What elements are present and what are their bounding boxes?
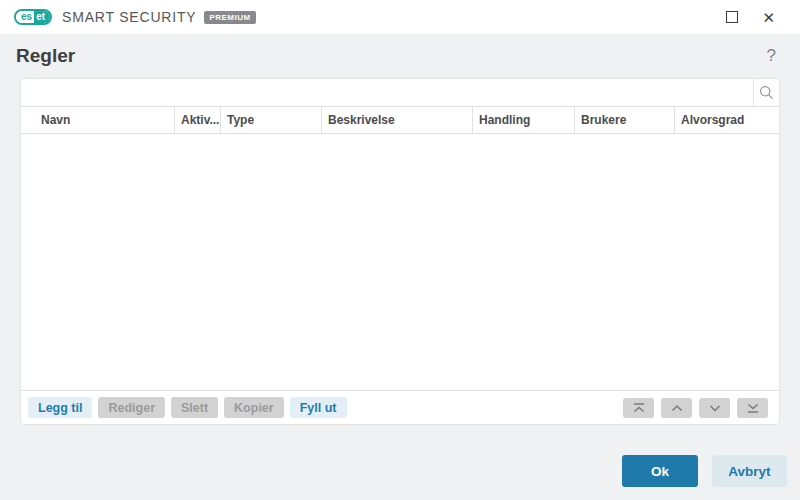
help-icon[interactable]: ? [767,46,776,66]
page-title: Regler [16,45,75,67]
brand-name: SMART SECURITY [62,9,196,25]
search-input[interactable] [21,79,753,106]
move-buttons [623,398,772,418]
rules-panel: Navn Aktiv... Type Beskrivelse Handling … [20,78,780,425]
eset-logo-left: es [16,11,34,23]
column-header-brukere[interactable]: Brukere [574,107,674,133]
premium-badge: PREMIUM [204,11,255,24]
table-header: Navn Aktiv... Type Beskrivelse Handling … [21,106,779,134]
table-body-empty [21,134,779,390]
move-down-icon[interactable] [699,398,730,418]
edit-button[interactable]: Rediger [98,397,165,418]
move-up-icon[interactable] [661,398,692,418]
heading-row: Regler ? [0,34,800,78]
eset-logo: es et [14,9,52,25]
fill-button[interactable]: Fyll ut [290,397,347,418]
eset-logo-right: et [34,11,50,23]
column-header-beskrivelse[interactable]: Beskrivelse [321,107,472,133]
close-icon[interactable]: ✕ [762,10,775,25]
add-button[interactable]: Legg til [28,397,92,418]
window-controls: ✕ [726,10,800,25]
delete-button[interactable]: Slett [171,397,218,418]
search-icon[interactable] [753,79,779,106]
column-header-handling[interactable]: Handling [472,107,574,133]
toolbar: Legg til Rediger Slett Kopier Fyll ut [21,390,779,424]
column-header-navn[interactable]: Navn [21,107,174,133]
column-header-alvorsgrad[interactable]: Alvorsgrad [674,107,779,133]
maximize-icon[interactable] [726,11,738,23]
move-top-icon[interactable] [623,398,654,418]
cancel-button[interactable]: Avbryt [712,455,787,487]
search-row [21,79,779,106]
copy-button[interactable]: Kopier [224,397,284,418]
title-bar: es et SMART SECURITY PREMIUM ✕ [0,0,800,34]
column-header-type[interactable]: Type [220,107,321,133]
ok-button[interactable]: Ok [622,455,698,487]
move-bottom-icon[interactable] [737,398,768,418]
column-header-aktiv[interactable]: Aktiv... [174,107,220,133]
